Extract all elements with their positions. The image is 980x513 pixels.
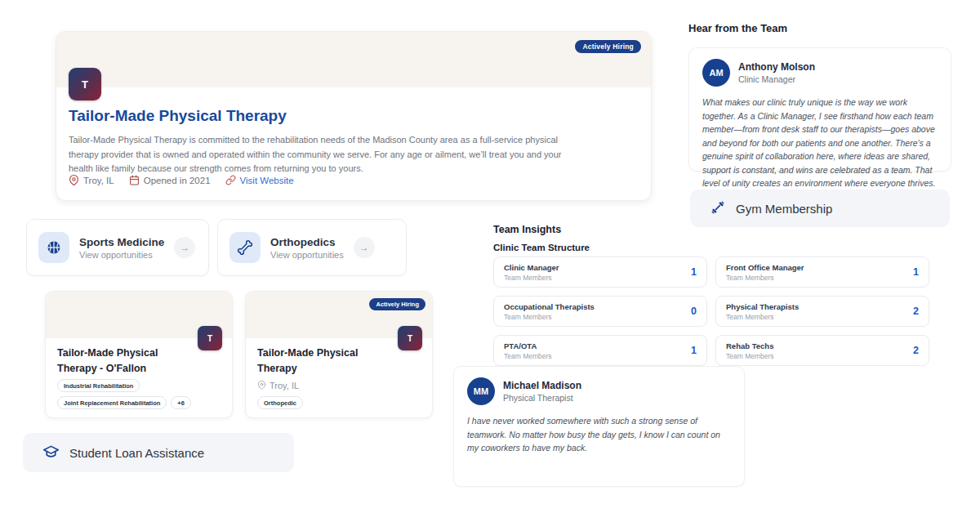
member-count: 0 — [691, 306, 697, 317]
company-logo: T — [69, 68, 101, 100]
member-count: 1 — [691, 266, 697, 278]
testimonial-quote: What makes our clinic truly unique is th… — [702, 96, 938, 190]
company-meta-row: Troy, IL Opened in 2021 Visit Website — [69, 175, 294, 185]
opened-meta: Opened in 2021 — [129, 175, 211, 185]
role-label: PTA/OTA — [504, 341, 552, 350]
testimonial-card-anthony-molson: AM Anthony Molson Clinic Manager What ma… — [688, 47, 951, 172]
role-label: Physical Therapists — [726, 302, 799, 311]
visit-website-link[interactable]: Visit Website — [240, 176, 294, 185]
specialty-sublabel: View opportunities — [270, 250, 344, 260]
service-tag: Industrial Rehabilitation — [57, 379, 140, 392]
location-card-ofallon[interactable]: T Tailor-Made Physical Therapy - O'Fallo… — [45, 291, 233, 418]
company-logo: T — [198, 326, 222, 350]
person-name: Michael Madison — [503, 380, 581, 391]
service-tag: Orthopedic — [257, 396, 303, 409]
member-count: 1 — [913, 266, 919, 278]
perk-label: Gym Membership — [736, 202, 832, 216]
testimonial-person: Michael Madison Physical Therapist — [503, 380, 581, 403]
actively-hiring-badge: Actively Hiring — [369, 298, 425, 310]
person-name: Anthony Molson — [738, 61, 815, 73]
testimonial-card-michael-madison: MM Michael Madison Physical Therapist I … — [453, 366, 745, 487]
company-name: Tailor-Made Physical Therapy — [69, 107, 287, 125]
testimonial-quote: I have never worked somewhere with such … — [467, 414, 731, 455]
company-logo: T — [398, 326, 422, 350]
person-role: Clinic Manager — [738, 74, 815, 84]
actively-hiring-badge: Actively Hiring — [575, 40, 641, 53]
specialty-label: Orthopedics — [270, 236, 344, 248]
location-pin-icon — [257, 381, 266, 391]
role-label: Occupational Therapists — [504, 302, 595, 311]
role-sublabel: Team Members — [504, 313, 595, 321]
avatar: MM — [467, 377, 495, 405]
service-tag: Joint Replacement Rehabilitation — [57, 396, 167, 409]
arrow-button[interactable]: → — [174, 237, 195, 258]
testimonial-person: Anthony Molson Clinic Manager — [738, 61, 815, 84]
perk-gym-membership: Gym Membership — [690, 190, 950, 227]
team-structure-row: Physical TherapistsTeam Members 2 — [715, 296, 929, 327]
hero-cover-band — [56, 32, 651, 87]
role-sublabel: Team Members — [504, 352, 552, 360]
role-label: Rehab Techs — [726, 341, 774, 350]
company-profile-page: Actively Hiring T Tailor-Made Physical T… — [0, 0, 980, 513]
location-title: Tailor-Made Physical Therapy - O'Fallon — [57, 346, 196, 377]
perk-label: Student Loan Assistance — [69, 446, 204, 460]
location-card-troy[interactable]: Actively Hiring T Tailor-Made Physical T… — [245, 291, 433, 418]
role-sublabel: Team Members — [726, 313, 799, 321]
role-sublabel: Team Members — [726, 274, 804, 282]
specialty-text: Sports Medicine View opportunities — [79, 236, 164, 260]
location-text: Troy, IL — [83, 176, 114, 185]
dumbbell-icon — [710, 199, 726, 218]
team-structure-row: Clinic ManagerTeam Members 1 — [493, 256, 707, 288]
perk-student-loan-assistance: Student Loan Assistance — [23, 433, 294, 472]
location-where: Troy, IL — [257, 381, 396, 391]
role-sublabel: Team Members — [504, 274, 559, 282]
company-description: Tailor-Made Physical Therapy is committe… — [69, 133, 573, 176]
testimonial-header: MM Michael Madison Physical Therapist — [467, 377, 731, 405]
team-structure-row: Occupational TherapistsTeam Members 0 — [493, 296, 707, 327]
bone-icon — [229, 232, 261, 263]
role-label: Clinic Manager — [504, 263, 559, 272]
graduation-cap-icon — [42, 443, 60, 462]
hear-from-team-heading: Hear from the Team — [688, 22, 787, 34]
opened-text: Opened in 2021 — [144, 176, 211, 185]
specialty-card-orthopedics[interactable]: Orthopedics View opportunities → — [217, 219, 407, 276]
location-city: Troy, IL — [270, 381, 299, 390]
location-meta: Troy, IL — [69, 175, 114, 185]
specialty-text: Orthopedics View opportunities — [270, 236, 344, 260]
testimonial-header: AM Anthony Molson Clinic Manager — [702, 59, 938, 87]
role-label: Front Office Manager — [726, 263, 804, 272]
team-structure-row: Front Office ManagerTeam Members 1 — [715, 256, 929, 288]
team-structure-row: Rehab TechsTeam Members 2 — [715, 335, 929, 366]
location-pin-icon — [69, 175, 79, 185]
specialty-sublabel: View opportunities — [79, 250, 164, 260]
clinic-team-structure-heading: Clinic Team Structure — [493, 243, 590, 252]
arrow-button[interactable]: → — [354, 237, 375, 258]
tag-row: Orthopedic — [257, 396, 425, 409]
specialty-label: Sports Medicine — [79, 236, 164, 248]
specialty-card-sports-medicine[interactable]: Sports Medicine View opportunities → — [26, 219, 209, 276]
avatar: AM — [702, 59, 730, 87]
company-hero-card: Actively Hiring T Tailor-Made Physical T… — [56, 31, 652, 201]
member-count: 2 — [913, 306, 919, 317]
basketball-icon — [38, 232, 69, 263]
member-count: 1 — [691, 345, 697, 356]
link-icon — [225, 175, 236, 185]
more-tags-tag: +6 — [171, 396, 191, 409]
calendar-icon — [129, 175, 140, 185]
team-insights-heading: Team Insights — [493, 224, 561, 235]
role-sublabel: Team Members — [726, 352, 774, 360]
person-role: Physical Therapist — [503, 393, 581, 403]
team-structure-row: PTA/OTATeam Members 1 — [493, 335, 707, 366]
website-meta: Visit Website — [225, 175, 294, 185]
location-content: Tailor-Made Physical Therapy Troy, IL — [257, 346, 396, 391]
team-structure-grid: Clinic ManagerTeam Members 1 Front Offic… — [493, 256, 929, 366]
location-title: Tailor-Made Physical Therapy — [257, 346, 396, 377]
member-count: 2 — [913, 345, 919, 356]
tag-row: Industrial Rehabilitation Joint Replacem… — [57, 379, 225, 409]
